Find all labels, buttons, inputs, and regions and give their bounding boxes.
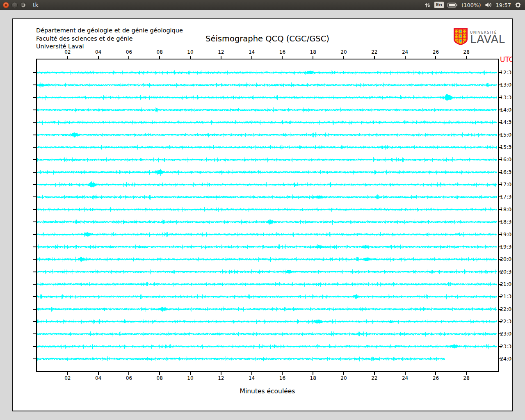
x-tick-label-bottom: 12	[214, 375, 228, 381]
utc-time-label: 15:30	[500, 144, 513, 150]
sync-arrows-icon[interactable]	[425, 2, 431, 8]
laval-wordmark-large: LAVAL	[470, 34, 505, 44]
x-tick-bottom	[221, 372, 221, 375]
x-tick-bottom	[466, 372, 467, 375]
x-tick-label-top: 14	[245, 49, 259, 55]
trace-tick-left	[33, 259, 36, 260]
x-tick-label-bottom: 14	[245, 375, 259, 381]
x-tick-top	[343, 56, 344, 59]
system-tray: En (100%) 19:57	[425, 2, 525, 8]
utc-time-label: 24:00	[500, 356, 513, 362]
utc-time-label: 19:30	[500, 244, 513, 250]
x-tick-label-bottom: 06	[122, 375, 136, 381]
x-tick-label-top: 28	[459, 49, 473, 55]
utc-time-label: 14:00	[500, 107, 513, 113]
x-tick-label-bottom: 04	[91, 375, 105, 381]
x-tick-bottom	[435, 372, 436, 375]
window-minimize-button[interactable]: –	[11, 2, 18, 8]
window-close-button[interactable]: ×	[3, 2, 9, 8]
trace-tick-left	[33, 358, 36, 359]
x-tick-label-bottom: 02	[61, 375, 75, 381]
utc-time-label: 16:00	[500, 156, 513, 162]
x-tick-label-bottom: 28	[459, 375, 473, 381]
laval-logo: UNIVERSITÉ LAVAL	[454, 28, 505, 47]
utc-time-label: 18:00	[500, 206, 513, 212]
x-tick-bottom	[159, 372, 160, 375]
x-tick-label-top: 02	[61, 49, 75, 55]
x-axis-title: Minutes écoulées	[36, 388, 499, 395]
x-tick-label-top: 20	[337, 49, 351, 55]
x-tick-label-bottom: 20	[337, 375, 351, 381]
clock-label[interactable]: 19:57	[496, 2, 511, 8]
utc-time-label: 21:30	[500, 293, 513, 299]
x-tick-top	[374, 56, 375, 59]
x-tick-top	[159, 56, 160, 59]
trace-tick-left	[33, 309, 36, 310]
trace-tick-left	[33, 296, 36, 297]
utc-time-label: 15:00	[500, 132, 513, 138]
utc-time-label: 18:30	[500, 219, 513, 225]
trace-tick-left	[33, 84, 36, 85]
keyboard-layout-indicator[interactable]: En	[434, 2, 444, 8]
trace-tick-left	[33, 184, 36, 185]
x-tick-bottom	[282, 372, 283, 375]
utc-time-label: 13:30	[500, 94, 513, 100]
session-gear-icon[interactable]	[515, 2, 521, 8]
utc-time-label: 16:30	[500, 169, 513, 175]
x-tick-label-bottom: 22	[368, 375, 381, 381]
x-tick-label-top: 16	[275, 49, 289, 55]
trace-tick-left	[33, 346, 36, 347]
trace-tick-left	[33, 196, 36, 197]
x-tick-top	[128, 56, 129, 59]
seismograph-app-window: Département de géologie et de génie géol…	[12, 18, 513, 411]
utc-time-label: 22:30	[500, 318, 513, 324]
trace-tick-left	[33, 209, 36, 210]
x-tick-label-top: 12	[214, 49, 228, 55]
window-maximize-button[interactable]	[20, 2, 26, 8]
x-tick-top	[221, 56, 221, 59]
trace-tick-left	[33, 272, 36, 272]
x-tick-bottom	[343, 372, 344, 375]
trace-tick-left	[33, 221, 36, 222]
x-tick-label-top: 24	[398, 49, 412, 55]
trace-tick-left	[33, 284, 36, 285]
window-title: tk	[33, 2, 39, 8]
seismogram-canvas	[36, 59, 499, 372]
battery-percent-label[interactable]: (100%)	[461, 2, 481, 8]
x-tick-label-bottom: 18	[306, 375, 320, 381]
trace-tick-left	[33, 147, 36, 148]
utc-time-label: 13:00	[500, 82, 513, 88]
x-tick-bottom	[374, 372, 375, 375]
x-tick-label-bottom: 08	[153, 375, 167, 381]
utc-time-label: 14:30	[500, 119, 513, 125]
utc-time-label: 20:30	[500, 269, 513, 275]
volume-icon[interactable]	[485, 2, 492, 8]
trace-tick-left	[33, 135, 36, 135]
trace-tick-left	[33, 159, 36, 160]
utc-time-label: 17:00	[500, 181, 513, 187]
institution-line-1: Département de géologie et de génie géol…	[36, 27, 183, 35]
laval-shield-icon	[454, 28, 468, 47]
battery-icon[interactable]	[447, 2, 458, 8]
utc-time-label: 20:00	[500, 256, 513, 262]
x-tick-top	[251, 56, 252, 59]
x-tick-bottom	[98, 372, 99, 375]
x-tick-label-top: 10	[183, 49, 197, 55]
x-tick-label-bottom: 24	[398, 375, 412, 381]
x-tick-top	[466, 56, 467, 59]
x-tick-label-bottom: 16	[275, 375, 289, 381]
x-tick-label-top: 26	[429, 49, 443, 55]
system-top-bar: × – tk En (100%) 19:57	[0, 0, 525, 10]
x-tick-label-top: 06	[122, 49, 136, 55]
x-tick-bottom	[128, 372, 129, 375]
utc-time-label: 23:00	[500, 331, 513, 337]
x-tick-bottom	[190, 372, 191, 375]
utc-time-label: 19:00	[500, 231, 513, 237]
x-tick-top	[282, 56, 283, 59]
x-tick-label-top: 18	[306, 49, 320, 55]
x-tick-top	[190, 56, 191, 59]
maximize-icon	[22, 4, 25, 7]
x-tick-top	[98, 56, 99, 59]
utc-time-label: 12:30	[500, 69, 513, 75]
trace-tick-left	[33, 234, 36, 235]
